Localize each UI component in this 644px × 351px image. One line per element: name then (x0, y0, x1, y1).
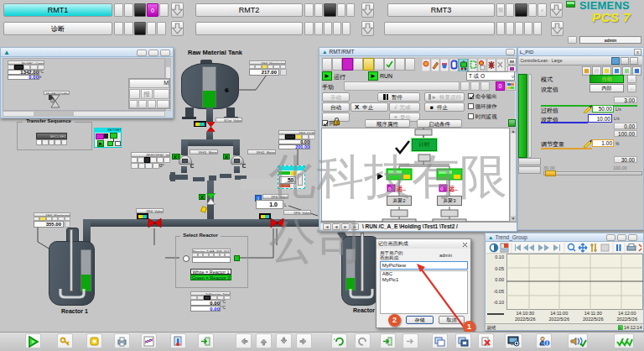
svg-text:i: i (546, 340, 548, 346)
